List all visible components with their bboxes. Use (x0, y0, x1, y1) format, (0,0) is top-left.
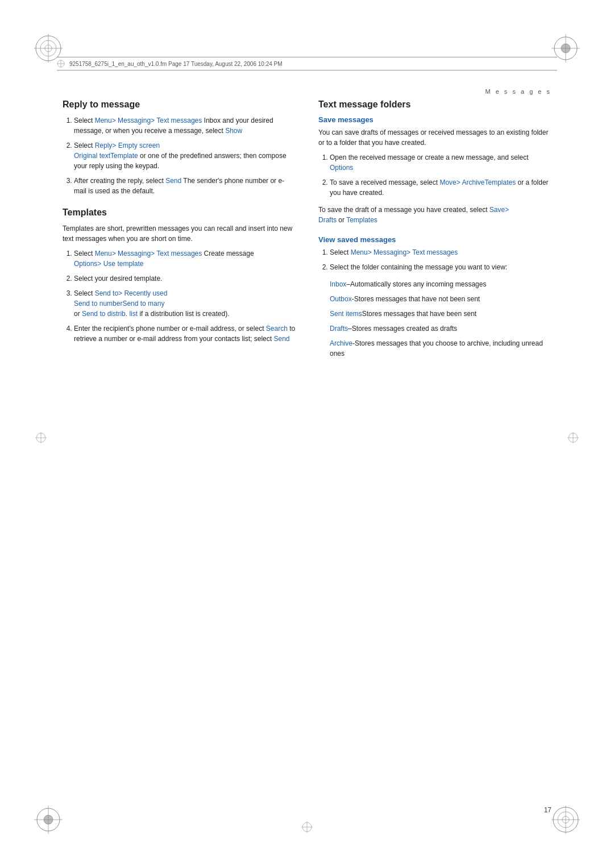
corner-decoration-bl (34, 805, 63, 834)
drafts-label: Drafts (330, 325, 348, 333)
header-filename: 9251758_6275i_1_en_au_oth_v1.0.fm Page 1… (69, 61, 283, 67)
view-saved-steps: Select Menu> Messaging> Text messages Se… (318, 247, 551, 272)
view-link-messaging: Menu> Messaging> Text messages (351, 248, 458, 256)
content-area: Reply to message Select Menu> Messaging>… (63, 99, 551, 800)
tmpl-link-search: Search (266, 325, 288, 333)
view-step-2: Select the folder containing the message… (330, 262, 551, 272)
save-link-move: Move> Archive (439, 178, 484, 186)
folder-sent: Sent itemsStores messages that have been… (330, 309, 551, 319)
reply-link-messaging: Menu> Messaging> Text messages (95, 117, 202, 124)
templates-step-1: Select Menu> Messaging> Text messages Cr… (74, 248, 296, 269)
section-label: M e s s a g e s (485, 88, 551, 95)
outbox-label: Outbox (330, 295, 352, 303)
right-side-marker (567, 432, 579, 446)
view-saved-heading: View saved messages (318, 235, 551, 244)
save-link-templates2: Templates (346, 216, 377, 224)
view-saved-section: View saved messages Select Menu> Messagi… (318, 235, 551, 359)
tmpl-link-send-many: Send to many (122, 300, 164, 308)
tmpl-link-send-number: Send to number (74, 300, 122, 308)
save-messages-desc: You can save drafts of messages or recei… (318, 127, 551, 148)
folder-outbox: Outbox-Stores messages that have not bee… (330, 294, 551, 304)
save-messages-section: Save messages You can save drafts of mes… (318, 115, 551, 225)
templates-step-2: Select your desired template. (74, 273, 296, 284)
reply-step-3: After creating the reply, select Send Th… (74, 176, 296, 196)
reply-link-template: Template (110, 152, 138, 160)
header-bar: 9251758_6275i_1_en_au_oth_v1.0.fm Page 1… (57, 57, 557, 70)
reply-heading: Reply to message (63, 99, 296, 110)
folder-inbox: Inbox–Automatically stores any incoming … (330, 279, 551, 289)
save-link-save: Save> (489, 206, 509, 214)
reply-link-reply-empty: Reply> Empty screen (95, 142, 160, 149)
tmpl-link-messaging: Menu> Messaging> Text messages (95, 250, 202, 258)
save-messages-steps: Open the received message or create a ne… (318, 152, 551, 198)
templates-heading: Templates (63, 207, 296, 218)
archive-label: Archive (330, 339, 352, 347)
folder-drafts: Drafts–Stores messages created as drafts (330, 323, 551, 334)
save-note: To save the draft of a message you have … (318, 205, 551, 225)
view-step-1: Select Menu> Messaging> Text messages (330, 247, 551, 258)
reply-step-1: Select Menu> Messaging> Text messages In… (74, 115, 296, 136)
tmpl-link-send-to: Send to> Recently used (95, 289, 168, 297)
save-link-drafts: Drafts (318, 216, 337, 224)
templates-steps-list: Select Menu> Messaging> Text messages Cr… (63, 248, 296, 344)
reply-section: Reply to message Select Menu> Messaging>… (63, 99, 296, 196)
save-link-options: Options (330, 164, 353, 172)
tmpl-link-options: Options (74, 260, 97, 268)
inbox-label: Inbox (330, 280, 346, 288)
reply-step-2: Select Reply> Empty screen Original text… (74, 140, 296, 171)
corner-decoration-br (551, 805, 580, 834)
left-column: Reply to message Select Menu> Messaging>… (63, 99, 296, 800)
left-side-marker (35, 432, 47, 446)
reply-link-send: Send (165, 177, 181, 185)
page-number: 17 (544, 806, 551, 814)
save-link-templates: Templates (484, 178, 516, 186)
tmpl-link-use-template: > Use template (97, 260, 143, 268)
tmpl-link-send-distrib: Send to distrib. list (82, 310, 138, 318)
sent-label: Sent items (330, 310, 362, 318)
save-step-1: Open the received message or create a ne… (330, 152, 551, 173)
right-column: Text message folders Save messages You c… (318, 99, 551, 800)
templates-description: Templates are short, prewritten messages… (63, 223, 296, 244)
tmpl-link-send-final: Send (273, 335, 289, 343)
reply-link-show: Show (225, 127, 242, 135)
center-bottom-marker (301, 821, 313, 835)
save-messages-heading: Save messages (318, 115, 551, 124)
save-step-2: To save a received message, select Move>… (330, 177, 551, 198)
templates-step-4: Enter the recipient's phone number or e-… (74, 323, 296, 344)
page: 9251758_6275i_1_en_au_oth_v1.0.fm Page 1… (0, 0, 614, 868)
folder-archive: Archive-Stores messages that you choose … (330, 338, 551, 359)
reply-steps-list: Select Menu> Messaging> Text messages In… (63, 115, 296, 196)
templates-section: Templates Templates are short, prewritte… (63, 207, 296, 344)
folder-list: Inbox–Automatically stores any incoming … (330, 279, 551, 359)
text-folders-heading: Text message folders (318, 99, 551, 110)
reply-link-original: Original text (74, 152, 110, 160)
templates-step-3: Select Send to> Recently used Send to nu… (74, 288, 296, 319)
